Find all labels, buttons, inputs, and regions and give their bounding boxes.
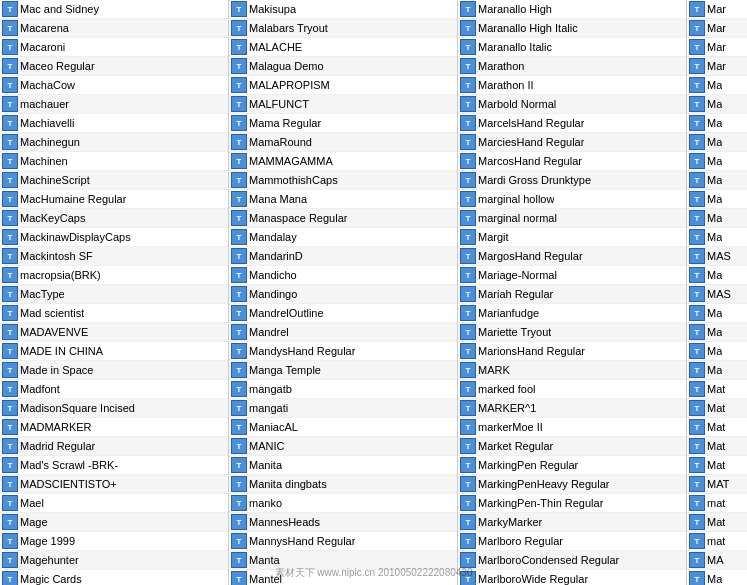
list-item[interactable]: TMannesHeads bbox=[229, 513, 457, 532]
list-item[interactable]: TMat bbox=[687, 513, 747, 532]
list-item[interactable]: TMa bbox=[687, 190, 747, 209]
list-item[interactable]: TMa bbox=[687, 323, 747, 342]
list-item[interactable]: Tmarginal normal bbox=[458, 209, 686, 228]
list-item[interactable]: TMa bbox=[687, 114, 747, 133]
list-item[interactable]: TManita bbox=[229, 456, 457, 475]
list-item[interactable]: TMARK bbox=[458, 361, 686, 380]
list-item[interactable]: TMage 1999 bbox=[0, 532, 228, 551]
list-item[interactable]: TMat bbox=[687, 399, 747, 418]
list-item[interactable]: TMALAPROPISM bbox=[229, 76, 457, 95]
list-item[interactable]: TMarlboro Regular bbox=[458, 532, 686, 551]
list-item[interactable]: TMammothishCaps bbox=[229, 171, 457, 190]
list-item[interactable]: TMa bbox=[687, 152, 747, 171]
list-item[interactable]: TMa bbox=[687, 209, 747, 228]
list-item[interactable]: TMacarena bbox=[0, 19, 228, 38]
list-item[interactable]: TMandrel bbox=[229, 323, 457, 342]
list-item[interactable]: Tmat bbox=[687, 494, 747, 513]
list-item[interactable]: TMat bbox=[687, 456, 747, 475]
list-item[interactable]: TMadrid Regular bbox=[0, 437, 228, 456]
list-item[interactable]: TMage bbox=[0, 513, 228, 532]
list-item[interactable]: TMadfont bbox=[0, 380, 228, 399]
list-item[interactable]: TMA bbox=[687, 551, 747, 570]
list-item[interactable]: TMar bbox=[687, 19, 747, 38]
list-item[interactable]: TMANIC bbox=[229, 437, 457, 456]
list-item[interactable]: Tmangati bbox=[229, 399, 457, 418]
list-item[interactable]: TMAT bbox=[687, 475, 747, 494]
list-item[interactable]: TMad scientist bbox=[0, 304, 228, 323]
list-item[interactable]: TMandrelOutline bbox=[229, 304, 457, 323]
list-item[interactable]: TMargit bbox=[458, 228, 686, 247]
list-item[interactable]: TMachinegun bbox=[0, 133, 228, 152]
list-item[interactable]: TMacKeyCaps bbox=[0, 209, 228, 228]
list-item[interactable]: TMADE IN CHINA bbox=[0, 342, 228, 361]
list-item[interactable]: TMarlboroWide Regular bbox=[458, 570, 686, 585]
list-item[interactable]: TMARKER^1 bbox=[458, 399, 686, 418]
list-item[interactable]: TMac and Sidney bbox=[0, 0, 228, 19]
list-item[interactable]: TMackinawDisplayCaps bbox=[0, 228, 228, 247]
list-item[interactable]: TMacType bbox=[0, 285, 228, 304]
list-item[interactable]: TMa bbox=[687, 304, 747, 323]
list-item[interactable]: TMarkingPen Regular bbox=[458, 456, 686, 475]
list-item[interactable]: TMariette Tryout bbox=[458, 323, 686, 342]
list-item[interactable]: TMadisonSquare Incised bbox=[0, 399, 228, 418]
list-item[interactable]: Tmarginal hollow bbox=[458, 190, 686, 209]
list-item[interactable]: TMar bbox=[687, 0, 747, 19]
list-item[interactable]: TMALACHE bbox=[229, 38, 457, 57]
list-item[interactable]: Tmangatb bbox=[229, 380, 457, 399]
list-item[interactable]: TManaspace Regular bbox=[229, 209, 457, 228]
list-item[interactable]: TMarciesHand Regular bbox=[458, 133, 686, 152]
list-item[interactable]: TMalabars Tryout bbox=[229, 19, 457, 38]
list-item[interactable]: TMar bbox=[687, 38, 747, 57]
list-item[interactable]: TMandarinD bbox=[229, 247, 457, 266]
list-item[interactable]: TMAS bbox=[687, 247, 747, 266]
list-item[interactable]: TMarcosHand Regular bbox=[458, 152, 686, 171]
list-item[interactable]: TMannysHand Regular bbox=[229, 532, 457, 551]
list-item[interactable]: TMarionsHand Regular bbox=[458, 342, 686, 361]
list-item[interactable]: Tmanko bbox=[229, 494, 457, 513]
list-item[interactable]: TMagic Cards bbox=[0, 570, 228, 585]
list-item[interactable]: TMamaRound bbox=[229, 133, 457, 152]
list-item[interactable]: TManiacAL bbox=[229, 418, 457, 437]
list-item[interactable]: TMachineScript bbox=[0, 171, 228, 190]
list-item[interactable]: TMarianfudge bbox=[458, 304, 686, 323]
list-item[interactable]: TMADAVENVE bbox=[0, 323, 228, 342]
list-item[interactable]: TMarcelsHand Regular bbox=[458, 114, 686, 133]
list-item[interactable]: TMandalay bbox=[229, 228, 457, 247]
list-item[interactable]: TMackintosh SF bbox=[0, 247, 228, 266]
list-item[interactable]: TMarathon II bbox=[458, 76, 686, 95]
list-item[interactable]: TMariage-Normal bbox=[458, 266, 686, 285]
list-item[interactable]: TMandysHand Regular bbox=[229, 342, 457, 361]
list-item[interactable]: TMa bbox=[687, 76, 747, 95]
list-item[interactable]: TMar bbox=[687, 57, 747, 76]
list-item[interactable]: TMagehunter bbox=[0, 551, 228, 570]
list-item[interactable]: TMade in Space bbox=[0, 361, 228, 380]
list-item[interactable]: TMa bbox=[687, 95, 747, 114]
list-item[interactable]: TMa bbox=[687, 228, 747, 247]
list-item[interactable]: TMachaCow bbox=[0, 76, 228, 95]
list-item[interactable]: TMa bbox=[687, 171, 747, 190]
list-item[interactable]: TMAS bbox=[687, 285, 747, 304]
list-item[interactable]: TMADSCIENTISTO+ bbox=[0, 475, 228, 494]
list-item[interactable]: TMarket Regular bbox=[458, 437, 686, 456]
list-item[interactable]: TMama Regular bbox=[229, 114, 457, 133]
list-item[interactable]: TMat bbox=[687, 437, 747, 456]
list-item[interactable]: TMargosHand Regular bbox=[458, 247, 686, 266]
list-item[interactable]: TMarbold Normal bbox=[458, 95, 686, 114]
list-item[interactable]: TMarkingPen-Thin Regular bbox=[458, 494, 686, 513]
list-item[interactable]: TMADMARKER bbox=[0, 418, 228, 437]
list-item[interactable]: TMandingo bbox=[229, 285, 457, 304]
list-item[interactable]: TMa bbox=[687, 361, 747, 380]
list-item[interactable]: Tmachauer bbox=[0, 95, 228, 114]
list-item[interactable]: TManita dingbats bbox=[229, 475, 457, 494]
list-item[interactable]: TMa bbox=[687, 133, 747, 152]
list-item[interactable]: TMael bbox=[0, 494, 228, 513]
list-item[interactable]: TMat bbox=[687, 380, 747, 399]
list-item[interactable]: TMa bbox=[687, 570, 747, 585]
list-item[interactable]: TmarkerMoe II bbox=[458, 418, 686, 437]
list-item[interactable]: Tmat bbox=[687, 532, 747, 551]
list-item[interactable]: TMariah Regular bbox=[458, 285, 686, 304]
list-item[interactable]: Tmarked fool bbox=[458, 380, 686, 399]
list-item[interactable]: TMa bbox=[687, 266, 747, 285]
list-item[interactable]: TMardi Gross Drunktype bbox=[458, 171, 686, 190]
list-item[interactable]: TMarlboroCondensed Regular bbox=[458, 551, 686, 570]
